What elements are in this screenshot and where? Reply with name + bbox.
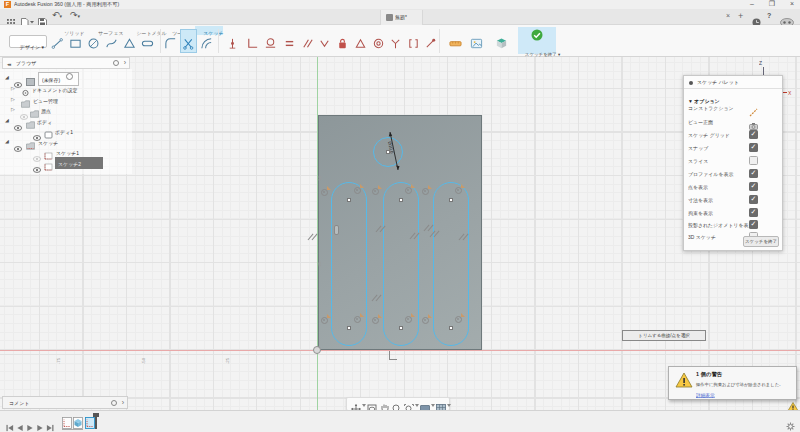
expand-icon[interactable]: ◢ (5, 74, 11, 80)
group-create-label[interactable]: 作成 ▾ (80, 49, 120, 57)
sketch-point[interactable] (399, 326, 403, 330)
checkbox[interactable]: ✓ (749, 208, 758, 217)
tab-surface[interactable]: サーフェス (88, 26, 120, 35)
perpendicular-constraint-glyph[interactable] (388, 351, 397, 360)
zoom-icon[interactable] (392, 400, 402, 410)
palette-row-construction[interactable]: コンストラクション (688, 103, 780, 114)
polygon-tool-icon[interactable] (123, 36, 136, 49)
eye-icon[interactable] (33, 148, 41, 154)
browser-expand-icon[interactable]: › (124, 59, 126, 66)
sketch-point[interactable] (347, 198, 351, 202)
trim-tool-icon[interactable] (182, 36, 195, 49)
parallel-constraint-glyph[interactable] (376, 224, 386, 234)
tab-solid[interactable]: ソリッド (56, 26, 84, 35)
timeline-extrude-icon[interactable] (73, 415, 83, 427)
gear-icon[interactable] (66, 73, 73, 80)
coincident-constraint-icon[interactable] (226, 36, 239, 49)
constraint-icon[interactable] (454, 186, 463, 195)
collapsed-icon[interactable]: ▷ (11, 106, 17, 112)
eye-icon[interactable] (33, 159, 41, 165)
collapsed-icon[interactable]: ▷ (11, 85, 17, 91)
checkbox[interactable]: ✓ (749, 220, 758, 229)
line-tool-icon[interactable] (51, 36, 64, 49)
checkbox[interactable]: ✓ (749, 143, 758, 152)
fit-icon[interactable] (404, 400, 414, 410)
group-modify-label[interactable]: 修正 ▾ (168, 49, 208, 57)
sketch-point[interactable] (399, 198, 403, 202)
curvature-constraint-icon[interactable] (389, 36, 402, 49)
palette-row-points[interactable]: 点を表示 ✓ (688, 182, 780, 193)
parallel-constraint-glyph[interactable] (430, 229, 440, 239)
redo-icon[interactable]: ↷▾ (70, 10, 80, 22)
new-tab-icon[interactable]: + (738, 11, 743, 23)
orbit-icon[interactable] (351, 400, 361, 410)
sketch-point[interactable] (449, 326, 453, 330)
group-constraints-label[interactable]: 拘束 ▾ (297, 49, 337, 57)
collapsed-icon[interactable]: ▷ (11, 96, 17, 102)
browser-gear-icon[interactable] (113, 60, 119, 66)
sketch-point[interactable] (449, 198, 453, 202)
timeline-go-start-icon[interactable] (6, 418, 14, 426)
constraint-icon[interactable] (421, 187, 430, 196)
eye-icon[interactable] (14, 74, 22, 80)
group-select-label[interactable]: 選択 ▾ (482, 49, 522, 57)
rectangle-tool-icon[interactable] (69, 36, 82, 49)
parallel-constraint-glyph[interactable] (410, 231, 420, 241)
checkbox[interactable]: ✓ (749, 169, 758, 178)
orbit-dropdown[interactable] (362, 404, 366, 407)
tangent-constraint-icon[interactable] (264, 36, 277, 49)
checkbox[interactable] (749, 156, 758, 165)
constraint-icon[interactable] (454, 315, 463, 324)
constraint-icon[interactable] (353, 315, 362, 324)
palette-row-grid[interactable]: スケッチ グリッド ✓ (688, 130, 780, 141)
comments-expand-icon[interactable]: › (122, 399, 124, 406)
timeline-settings-gear-icon[interactable] (786, 417, 795, 426)
bracket-constraint-icon[interactable] (407, 36, 420, 49)
comments-gear-icon[interactable] (111, 400, 117, 406)
palette-row-constraints[interactable]: 拘束を表示 ✓ (688, 208, 780, 219)
constraint-icon[interactable] (371, 187, 380, 196)
user-avatar[interactable] (780, 13, 794, 25)
equal-constraint-icon[interactable] (283, 36, 296, 49)
slot-tool-icon[interactable] (141, 36, 154, 49)
finish-sketch-button[interactable]: スケッチを終了 ▾ (518, 27, 556, 54)
fillet-tool-icon[interactable] (164, 36, 177, 49)
constraint-icon[interactable] (421, 316, 430, 325)
perpendicular-constraint-icon[interactable] (246, 36, 259, 49)
document-tab[interactable]: 無題* (380, 10, 423, 25)
palette-row-dims[interactable]: 寸法を表示 ✓ (688, 195, 780, 206)
browser-panel-header[interactable]: ◂◂ ブラウザ › (2, 57, 130, 69)
construction-icon[interactable] (749, 103, 758, 112)
tree-item-label[interactable]: スケッチ2 (55, 157, 103, 169)
file-menu-icon[interactable] (21, 13, 34, 25)
timeline-play-icon[interactable] (26, 418, 34, 426)
look-at-icon[interactable] (367, 400, 377, 410)
notification-icon[interactable] (752, 13, 761, 25)
parallel-constraint-glyph[interactable] (308, 232, 318, 242)
minimize-button[interactable]: – (744, 0, 760, 9)
eye-icon[interactable] (20, 106, 28, 112)
fix-constraint-icon[interactable] (336, 36, 349, 49)
palette-options-section[interactable]: ▼ オプション (688, 90, 745, 99)
sketch-point[interactable] (347, 326, 351, 330)
display-dropdown[interactable] (431, 404, 435, 407)
constraint-icon[interactable] (320, 188, 329, 197)
inspect-icon[interactable] (448, 36, 463, 49)
close-button[interactable]: × (784, 0, 800, 9)
palette-header[interactable]: スケッチ パレット (684, 76, 782, 89)
constraint-icon[interactable] (404, 315, 413, 324)
checkbox[interactable]: ✓ (749, 182, 758, 191)
display-settings-icon[interactable] (420, 400, 430, 410)
palette-row-viewfront[interactable]: ビュー正面 (688, 117, 780, 128)
constraint-icon[interactable] (371, 316, 380, 325)
pan-icon[interactable] (380, 400, 390, 410)
sketch-slot-3[interactable] (433, 182, 469, 346)
parallel-constraint-glyph[interactable] (372, 293, 382, 303)
constraint-icon[interactable] (404, 186, 413, 195)
palette-row-snap[interactable]: スナップ ✓ (688, 143, 780, 154)
browser-collapse-icon[interactable]: ◂◂ (7, 61, 10, 67)
help-icon[interactable]: ? (767, 12, 771, 24)
eye-icon[interactable] (14, 138, 22, 144)
close-tab-icon[interactable]: × (726, 12, 730, 24)
timeline-sketch1-icon[interactable] (62, 415, 72, 427)
